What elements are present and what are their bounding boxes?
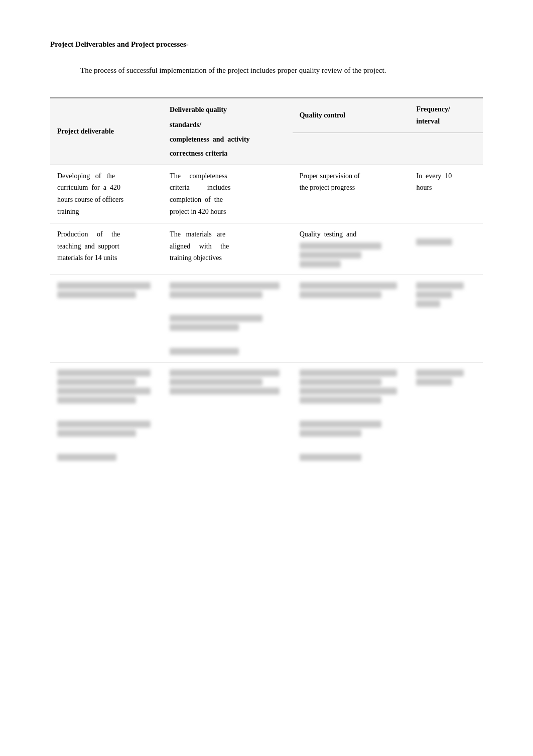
- header-col2-line3: completeness and activity: [163, 133, 293, 147]
- row4-col4: [409, 362, 483, 468]
- row1-col1: Developing of the curriculum for a 420 h…: [50, 165, 163, 223]
- row1-col2: The completeness criteria includes compl…: [163, 165, 293, 223]
- row2-col3: Quality testing and: [293, 223, 410, 275]
- deliverables-table: Project deliverable Deliverable quality …: [50, 97, 483, 468]
- header-col4: Frequency/ interval: [409, 98, 483, 133]
- header-col4-empty: [409, 133, 483, 147]
- table-row: [50, 362, 483, 468]
- row2-col1: Production of the teaching and support m…: [50, 223, 163, 275]
- row2-col2: The materials are aligned with the train…: [163, 223, 293, 275]
- row3-col3: [293, 275, 410, 362]
- row3-col1: [50, 275, 163, 362]
- header-col3: Quality control: [293, 98, 410, 133]
- row3-col2: [163, 275, 293, 362]
- header-col3-activity: [293, 133, 410, 147]
- row1-col4: In every 10 hours: [409, 165, 483, 223]
- table-row: [50, 275, 483, 362]
- row4-col3: [293, 362, 410, 468]
- header-col2-line1: Deliverable quality: [163, 98, 293, 117]
- table-header-row: Project deliverable Deliverable quality …: [50, 98, 483, 117]
- row3-col4: [409, 275, 483, 362]
- page-title: Project Deliverables and Project process…: [50, 40, 483, 49]
- header-col1: Project deliverable: [50, 98, 163, 165]
- intro-paragraph: The process of successful implementation…: [50, 64, 483, 77]
- row4-col2: [163, 362, 293, 468]
- header-col2-line2: standards/: [163, 117, 293, 133]
- header-col2-line5: correctness criteria: [163, 147, 293, 165]
- table-row: Developing of the curriculum for a 420 h…: [50, 165, 483, 223]
- row4-col1: [50, 362, 163, 468]
- row2-col4: [409, 223, 483, 275]
- table-row: Production of the teaching and support m…: [50, 223, 483, 275]
- row1-col3: Proper supervision of the project progre…: [293, 165, 410, 223]
